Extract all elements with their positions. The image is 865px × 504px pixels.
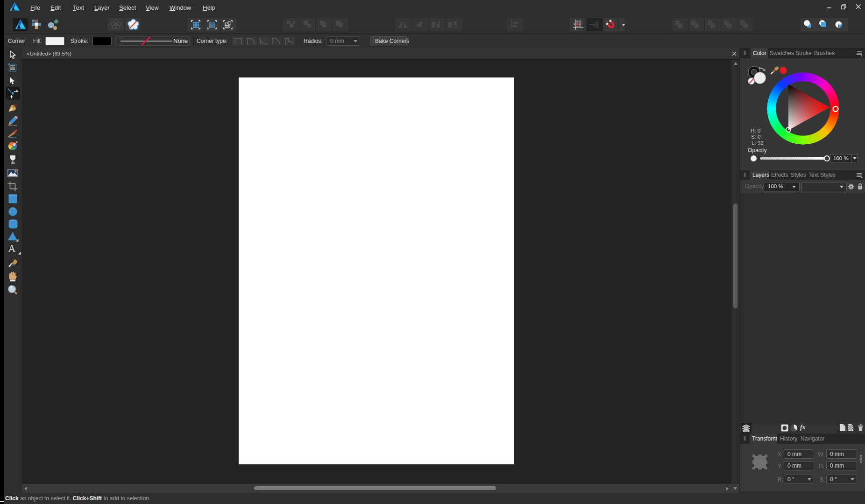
- svg-text:−: −: [695, 23, 698, 28]
- svg-text:+: +: [679, 24, 681, 28]
